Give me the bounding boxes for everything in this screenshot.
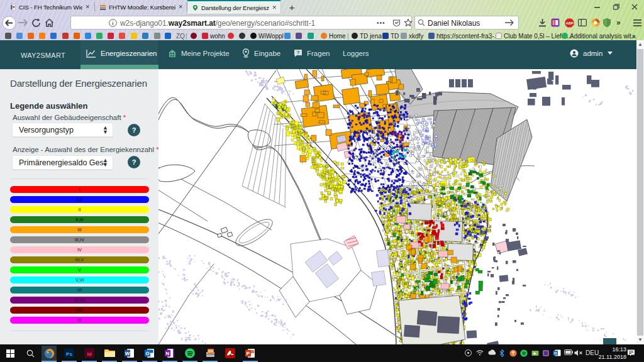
svg-text:O: O xyxy=(145,351,149,356)
svg-text:?: ? xyxy=(297,50,300,55)
svg-text:Ps: Ps xyxy=(66,351,72,357)
svg-text:W: W xyxy=(125,351,130,356)
svg-text:ABP: ABP xyxy=(565,21,573,25)
svg-text:EN: EN xyxy=(208,349,213,353)
svg-text:P: P xyxy=(247,351,250,356)
svg-text:O: O xyxy=(554,351,557,355)
svg-text:N: N xyxy=(166,351,170,356)
svg-text:Id: Id xyxy=(87,351,91,357)
